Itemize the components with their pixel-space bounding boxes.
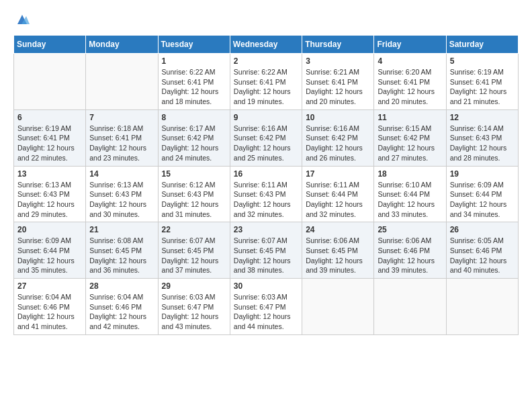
day-number: 4: [378, 56, 442, 66]
calendar-cell: 14Sunrise: 6:13 AMSunset: 6:43 PMDayligh…: [86, 166, 158, 222]
day-number: 11: [378, 113, 442, 122]
day-number: 20: [17, 225, 82, 234]
calendar-cell: 21Sunrise: 6:08 AMSunset: 6:45 PMDayligh…: [86, 222, 158, 279]
calendar-body: 1Sunrise: 6:22 AMSunset: 6:41 PMDaylight…: [14, 54, 519, 335]
day-info: Sunrise: 6:09 AMSunset: 6:44 PMDaylight:…: [450, 181, 507, 218]
calendar-cell: 5Sunrise: 6:19 AMSunset: 6:41 PMDaylight…: [446, 54, 518, 110]
day-info: Sunrise: 6:13 AMSunset: 6:43 PMDaylight:…: [89, 181, 146, 218]
calendar-cell: 3Sunrise: 6:21 AMSunset: 6:41 PMDaylight…: [302, 54, 374, 110]
calendar-cell: 2Sunrise: 6:22 AMSunset: 6:41 PMDaylight…: [230, 54, 302, 110]
day-number: 7: [89, 113, 154, 122]
calendar-cell: 4Sunrise: 6:20 AMSunset: 6:41 PMDaylight…: [374, 54, 446, 110]
day-number: 19: [450, 169, 515, 179]
day-number: 28: [89, 281, 154, 291]
weekday-row: SundayMondayTuesdayWednesdayThursdayFrid…: [14, 36, 519, 54]
day-info: Sunrise: 6:22 AMSunset: 6:41 PMDaylight:…: [162, 68, 219, 105]
calendar-cell: 23Sunrise: 6:07 AMSunset: 6:45 PMDayligh…: [230, 222, 302, 279]
calendar-cell: 8Sunrise: 6:17 AMSunset: 6:42 PMDaylight…: [158, 109, 230, 166]
calendar-cell: 18Sunrise: 6:10 AMSunset: 6:44 PMDayligh…: [374, 166, 446, 222]
calendar-cell: 26Sunrise: 6:05 AMSunset: 6:46 PMDayligh…: [446, 222, 518, 279]
calendar-cell: [302, 279, 374, 335]
day-info: Sunrise: 6:04 AMSunset: 6:46 PMDaylight:…: [17, 293, 75, 330]
day-info: Sunrise: 6:05 AMSunset: 6:46 PMDaylight:…: [450, 236, 507, 274]
header: [13, 12, 519, 28]
day-number: 24: [306, 225, 370, 234]
day-number: 15: [162, 169, 226, 179]
calendar-cell: 30Sunrise: 6:03 AMSunset: 6:47 PMDayligh…: [230, 279, 302, 335]
calendar-cell: [86, 54, 158, 110]
calendar-week-row: 20Sunrise: 6:09 AMSunset: 6:44 PMDayligh…: [14, 222, 519, 279]
calendar-cell: 10Sunrise: 6:16 AMSunset: 6:42 PMDayligh…: [302, 109, 374, 166]
day-number: 16: [234, 169, 298, 179]
calendar-week-row: 6Sunrise: 6:19 AMSunset: 6:41 PMDaylight…: [14, 109, 519, 166]
calendar-cell: 25Sunrise: 6:06 AMSunset: 6:46 PMDayligh…: [374, 222, 446, 279]
day-info: Sunrise: 6:16 AMSunset: 6:42 PMDaylight:…: [234, 124, 291, 162]
calendar-cell: 29Sunrise: 6:03 AMSunset: 6:47 PMDayligh…: [158, 279, 230, 335]
day-number: 9: [234, 113, 298, 122]
day-number: 5: [450, 56, 515, 66]
logo: [13, 12, 30, 28]
logo-icon: [15, 12, 30, 27]
day-info: Sunrise: 6:07 AMSunset: 6:45 PMDaylight:…: [234, 236, 291, 274]
day-info: Sunrise: 6:03 AMSunset: 6:47 PMDaylight:…: [234, 293, 291, 330]
day-info: Sunrise: 6:16 AMSunset: 6:42 PMDaylight:…: [306, 124, 363, 162]
day-info: Sunrise: 6:08 AMSunset: 6:45 PMDaylight:…: [89, 236, 146, 274]
day-number: 22: [162, 225, 226, 234]
calendar-cell: 11Sunrise: 6:15 AMSunset: 6:42 PMDayligh…: [374, 109, 446, 166]
day-info: Sunrise: 6:20 AMSunset: 6:41 PMDaylight:…: [378, 68, 435, 105]
day-info: Sunrise: 6:13 AMSunset: 6:43 PMDaylight:…: [17, 181, 75, 218]
day-number: 30: [234, 281, 298, 291]
day-info: Sunrise: 6:06 AMSunset: 6:45 PMDaylight:…: [306, 236, 363, 274]
day-info: Sunrise: 6:04 AMSunset: 6:46 PMDaylight:…: [89, 293, 146, 330]
calendar-cell: 15Sunrise: 6:12 AMSunset: 6:43 PMDayligh…: [158, 166, 230, 222]
day-number: 21: [89, 225, 154, 234]
weekday-header: Saturday: [446, 36, 518, 54]
weekday-header: Monday: [86, 36, 158, 54]
weekday-header: Sunday: [14, 36, 86, 54]
calendar-cell: 17Sunrise: 6:11 AMSunset: 6:44 PMDayligh…: [302, 166, 374, 222]
page: SundayMondayTuesdayWednesdayThursdayFrid…: [0, 0, 532, 411]
day-info: Sunrise: 6:18 AMSunset: 6:41 PMDaylight:…: [89, 124, 146, 162]
day-info: Sunrise: 6:09 AMSunset: 6:44 PMDaylight:…: [17, 236, 75, 274]
day-number: 25: [378, 225, 442, 234]
day-info: Sunrise: 6:07 AMSunset: 6:45 PMDaylight:…: [162, 236, 219, 274]
day-info: Sunrise: 6:12 AMSunset: 6:43 PMDaylight:…: [162, 181, 219, 218]
calendar-cell: [446, 279, 518, 335]
calendar-cell: 20Sunrise: 6:09 AMSunset: 6:44 PMDayligh…: [14, 222, 86, 279]
day-info: Sunrise: 6:17 AMSunset: 6:42 PMDaylight:…: [162, 124, 219, 162]
day-number: 17: [306, 169, 370, 179]
day-number: 27: [17, 281, 82, 291]
day-info: Sunrise: 6:14 AMSunset: 6:43 PMDaylight:…: [450, 124, 507, 162]
day-number: 1: [162, 56, 226, 66]
day-info: Sunrise: 6:21 AMSunset: 6:41 PMDaylight:…: [306, 68, 363, 105]
calendar-cell: 12Sunrise: 6:14 AMSunset: 6:43 PMDayligh…: [446, 109, 518, 166]
calendar-cell: [14, 54, 86, 110]
day-info: Sunrise: 6:11 AMSunset: 6:43 PMDaylight:…: [234, 181, 291, 218]
weekday-header: Thursday: [302, 36, 374, 54]
day-info: Sunrise: 6:10 AMSunset: 6:44 PMDaylight:…: [378, 181, 435, 218]
day-number: 8: [162, 113, 226, 122]
calendar-cell: 27Sunrise: 6:04 AMSunset: 6:46 PMDayligh…: [14, 279, 86, 335]
day-number: 13: [17, 169, 82, 179]
day-number: 29: [162, 281, 226, 291]
day-number: 10: [306, 113, 370, 122]
calendar-header: SundayMondayTuesdayWednesdayThursdayFrid…: [14, 36, 519, 54]
day-number: 14: [89, 169, 154, 179]
day-info: Sunrise: 6:11 AMSunset: 6:44 PMDaylight:…: [306, 181, 363, 218]
calendar-week-row: 27Sunrise: 6:04 AMSunset: 6:46 PMDayligh…: [14, 279, 519, 335]
calendar-cell: 24Sunrise: 6:06 AMSunset: 6:45 PMDayligh…: [302, 222, 374, 279]
day-number: 18: [378, 169, 442, 179]
day-info: Sunrise: 6:15 AMSunset: 6:42 PMDaylight:…: [378, 124, 435, 162]
calendar-cell: 7Sunrise: 6:18 AMSunset: 6:41 PMDaylight…: [86, 109, 158, 166]
weekday-header: Friday: [374, 36, 446, 54]
weekday-header: Tuesday: [158, 36, 230, 54]
day-info: Sunrise: 6:19 AMSunset: 6:41 PMDaylight:…: [450, 68, 507, 105]
calendar-cell: 16Sunrise: 6:11 AMSunset: 6:43 PMDayligh…: [230, 166, 302, 222]
calendar-cell: 28Sunrise: 6:04 AMSunset: 6:46 PMDayligh…: [86, 279, 158, 335]
calendar-cell: 22Sunrise: 6:07 AMSunset: 6:45 PMDayligh…: [158, 222, 230, 279]
calendar-week-row: 1Sunrise: 6:22 AMSunset: 6:41 PMDaylight…: [14, 54, 519, 110]
day-info: Sunrise: 6:03 AMSunset: 6:47 PMDaylight:…: [162, 293, 219, 330]
day-info: Sunrise: 6:19 AMSunset: 6:41 PMDaylight:…: [17, 124, 75, 162]
day-info: Sunrise: 6:06 AMSunset: 6:46 PMDaylight:…: [378, 236, 435, 274]
calendar-cell: 9Sunrise: 6:16 AMSunset: 6:42 PMDaylight…: [230, 109, 302, 166]
